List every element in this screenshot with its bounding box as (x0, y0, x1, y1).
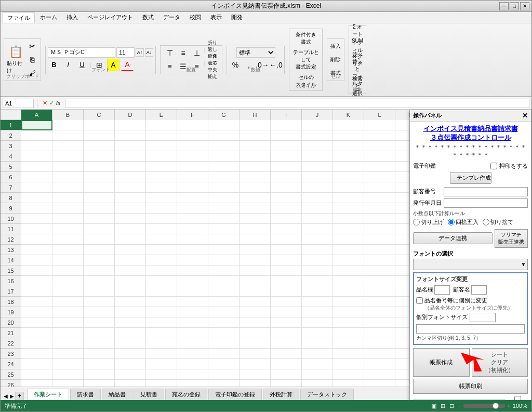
menu-formula[interactable]: 数式 (138, 12, 158, 22)
cell-B1[interactable] (52, 120, 84, 130)
cell-L9[interactable] (364, 203, 395, 214)
cell-F7[interactable] (177, 182, 208, 193)
cell-F23[interactable] (177, 349, 208, 359)
cell-H22[interactable] (240, 338, 271, 349)
cell-J12[interactable] (302, 234, 333, 245)
cell-E21[interactable] (146, 328, 177, 338)
cell-K3[interactable] (333, 141, 364, 151)
row-num-22[interactable]: 22 (1, 338, 21, 349)
cell-E23[interactable] (146, 349, 177, 359)
cell-K11[interactable] (333, 224, 364, 234)
cell-I16[interactable] (271, 276, 302, 286)
cell-D14[interactable] (115, 255, 146, 265)
cell-L1[interactable] (364, 120, 395, 130)
cell-F22[interactable] (177, 338, 208, 349)
cell-E14[interactable] (146, 255, 177, 265)
cell-K25[interactable] (333, 369, 364, 380)
customer-name-size-input[interactable] (471, 285, 487, 295)
cell-B16[interactable] (52, 276, 84, 286)
cell-G6[interactable] (208, 172, 240, 182)
cell-F26[interactable] (177, 380, 208, 387)
round-nearest-radio[interactable] (448, 219, 455, 225)
cell-K10[interactable] (333, 214, 364, 224)
cell-D24[interactable] (115, 359, 146, 369)
cell-C21[interactable] (84, 328, 115, 338)
cell-B14[interactable] (52, 255, 84, 265)
cell-F6[interactable] (177, 172, 208, 182)
cell-I3[interactable] (271, 141, 302, 151)
cell-K16[interactable] (333, 276, 364, 286)
cell-C6[interactable] (84, 172, 115, 182)
row-num-14[interactable]: 14 (1, 255, 21, 265)
cell-F19[interactable] (177, 307, 208, 317)
table-format-button[interactable]: テーブルとして書式設定 (291, 48, 320, 72)
cell-D22[interactable] (115, 338, 146, 349)
cell-G22[interactable] (208, 338, 240, 349)
cell-A16[interactable] (21, 276, 52, 286)
cell-C14[interactable] (84, 255, 115, 265)
print-report-button[interactable]: 帳票印刷 (413, 379, 528, 387)
cell-B23[interactable] (52, 349, 84, 359)
insert-button[interactable]: 挿入 (329, 40, 342, 52)
cell-F21[interactable] (177, 328, 208, 338)
cell-F16[interactable] (177, 276, 208, 286)
cell-E7[interactable] (146, 182, 177, 193)
cell-K7[interactable] (333, 182, 364, 193)
cell-G20[interactable] (208, 317, 240, 328)
zoom-slider-thumb[interactable] (493, 403, 499, 409)
panel-close-button[interactable]: ✕ (522, 112, 528, 119)
cell-B2[interactable] (52, 130, 84, 141)
cell-K17[interactable] (333, 286, 364, 297)
cell-E13[interactable] (146, 245, 177, 255)
cell-B9[interactable] (52, 203, 84, 214)
cell-B26[interactable] (52, 380, 84, 387)
cell-H3[interactable] (240, 141, 271, 151)
cell-L16[interactable] (364, 276, 395, 286)
product-col-size-input[interactable] (434, 285, 450, 295)
corner-cell[interactable] (1, 110, 21, 120)
cell-D11[interactable] (115, 224, 146, 234)
cell-K1[interactable] (333, 120, 364, 130)
cell-G7[interactable] (208, 182, 240, 193)
cell-A7[interactable] (21, 182, 52, 193)
cell-E8[interactable] (146, 193, 177, 203)
cell-K21[interactable] (333, 328, 364, 338)
cell-L7[interactable] (364, 182, 395, 193)
zoom-out-button[interactable]: − (458, 403, 461, 409)
sheet-tab-nohinsho[interactable]: 納品書 (102, 389, 132, 400)
cell-A15[interactable] (21, 265, 52, 276)
seal-checkbox[interactable] (490, 163, 497, 169)
round-nearest-option[interactable]: 四捨五入 (448, 218, 478, 226)
cell-C18[interactable] (84, 297, 115, 307)
cell-I5[interactable] (271, 162, 302, 172)
sheet-nav-left[interactable]: ◀ (3, 393, 9, 399)
cell-K9[interactable] (333, 203, 364, 214)
cell-H16[interactable] (240, 276, 271, 286)
bottom-align-button[interactable]: ⊥ (191, 47, 203, 59)
cell-B3[interactable] (52, 141, 84, 151)
cell-L21[interactable] (364, 328, 395, 338)
cell-C10[interactable] (84, 214, 115, 224)
cell-C16[interactable] (84, 276, 115, 286)
font-size-increase[interactable]: A↑ (136, 48, 144, 57)
view-page-break-icon[interactable]: ⊟ (449, 403, 454, 409)
cell-J5[interactable] (302, 162, 333, 172)
cell-I14[interactable] (271, 255, 302, 265)
cell-H26[interactable] (240, 380, 271, 387)
cell-B12[interactable] (52, 234, 84, 245)
cell-D13[interactable] (115, 245, 146, 255)
cell-K6[interactable] (333, 172, 364, 182)
zoom-slider[interactable] (463, 404, 505, 408)
cell-K20[interactable] (333, 317, 364, 328)
cell-F20[interactable] (177, 317, 208, 328)
cell-J2[interactable] (302, 130, 333, 141)
cell-L6[interactable] (364, 172, 395, 182)
cell-L22[interactable] (364, 338, 395, 349)
copy-button[interactable]: ⎘ (26, 54, 38, 66)
cell-D10[interactable] (115, 214, 146, 224)
cell-E19[interactable] (146, 307, 177, 317)
template-create-button[interactable]: テンプレ作成 (450, 172, 491, 184)
cell-D3[interactable] (115, 141, 146, 151)
cell-A9[interactable] (21, 203, 52, 214)
cell-J24[interactable] (302, 359, 333, 369)
